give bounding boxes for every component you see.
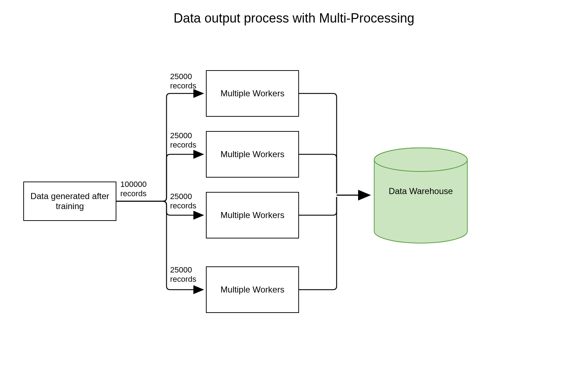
worker-edge-label-1: 25000records bbox=[170, 72, 196, 91]
worker-edge-label-2: 25000records bbox=[170, 131, 196, 150]
worker-box-4: Multiple Workers bbox=[206, 266, 299, 313]
source-box: Data generated after training bbox=[23, 182, 116, 221]
worker-label: Multiple Workers bbox=[221, 210, 284, 220]
worker-edge-label-4: 25000records bbox=[170, 265, 196, 284]
diagram-title: Data output process with Multi-Processin… bbox=[0, 11, 588, 26]
main-edge-label: 100000records bbox=[120, 180, 146, 199]
source-label: Data generated after training bbox=[27, 191, 113, 211]
worker-label: Multiple Workers bbox=[221, 88, 284, 98]
worker-label: Multiple Workers bbox=[221, 149, 284, 159]
svg-point-1 bbox=[374, 148, 467, 172]
worker-box-3: Multiple Workers bbox=[206, 192, 299, 238]
worker-box-2: Multiple Workers bbox=[206, 131, 299, 178]
worker-edge-label-3: 25000records bbox=[170, 192, 196, 211]
data-warehouse-label: Data Warehouse bbox=[372, 186, 469, 196]
worker-box-1: Multiple Workers bbox=[206, 70, 299, 117]
worker-label: Multiple Workers bbox=[221, 285, 284, 295]
